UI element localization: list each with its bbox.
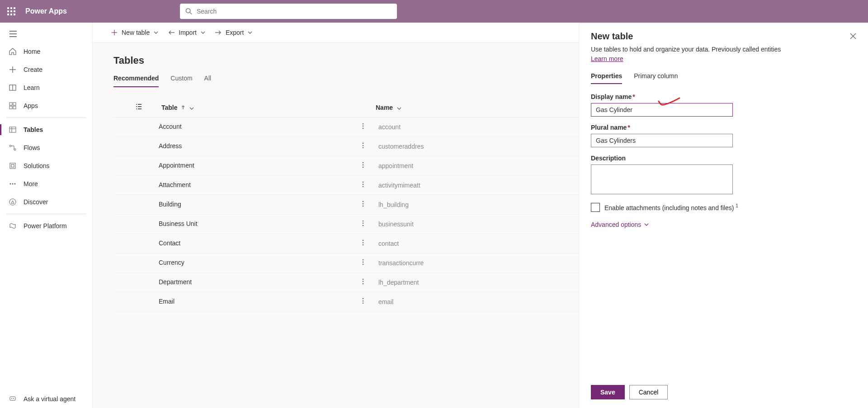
nav-more[interactable]: More xyxy=(0,175,92,193)
book-icon xyxy=(8,83,17,92)
waffle-icon xyxy=(7,7,15,15)
view-selector-column[interactable] xyxy=(113,98,159,117)
description-input[interactable] xyxy=(591,164,733,194)
nav-discover[interactable]: Discover xyxy=(0,193,92,211)
field-plural-name: Plural name* xyxy=(591,124,733,147)
column-label: Table xyxy=(161,104,178,111)
svg-point-64 xyxy=(363,298,363,299)
svg-point-63 xyxy=(363,283,363,284)
svg-point-59 xyxy=(363,262,363,263)
table-icon xyxy=(8,125,17,134)
nav-home[interactable]: Home xyxy=(0,42,92,61)
more-vertical-icon xyxy=(362,278,364,285)
svg-line-1 xyxy=(190,12,192,14)
cmd-label: Import xyxy=(179,29,197,36)
more-vertical-icon xyxy=(362,123,364,129)
enable-attachments-checkbox[interactable]: Enable attachments (including notes and … xyxy=(591,203,856,212)
tab-custom[interactable]: Custom xyxy=(170,75,192,87)
import-button[interactable]: Import xyxy=(163,23,210,42)
description-label: Description xyxy=(591,155,733,162)
export-icon xyxy=(215,29,222,36)
svg-point-47 xyxy=(363,184,363,185)
tab-primary-column[interactable]: Primary column xyxy=(634,72,678,84)
nav-collapse-button[interactable] xyxy=(0,25,92,42)
svg-point-49 xyxy=(363,201,363,202)
svg-point-58 xyxy=(363,259,363,260)
svg-point-16 xyxy=(9,145,11,147)
export-button[interactable]: Export xyxy=(210,23,257,42)
chevron-down-icon xyxy=(189,105,194,111)
panel-tabs: Properties Primary column xyxy=(591,72,856,84)
nav-power-platform[interactable]: Power Platform xyxy=(0,217,92,235)
display-name-input[interactable] xyxy=(591,103,733,117)
row-menu-button[interactable] xyxy=(362,123,376,131)
nav-flows[interactable]: Flows xyxy=(0,139,92,157)
plural-name-label: Plural name* xyxy=(591,124,733,131)
row-menu-button[interactable] xyxy=(362,259,376,267)
chevron-down-icon xyxy=(644,222,649,227)
row-menu-button[interactable] xyxy=(362,162,376,169)
row-menu-button[interactable] xyxy=(362,181,376,189)
row-menu-button[interactable] xyxy=(362,220,376,228)
nav-apps[interactable]: Apps xyxy=(0,97,92,115)
svg-point-57 xyxy=(363,244,363,245)
svg-point-61 xyxy=(363,279,363,280)
tab-all[interactable]: All xyxy=(204,75,212,87)
row-table-name: Business Unit xyxy=(159,220,198,227)
nav-label: Flows xyxy=(24,144,40,151)
row-menu-button[interactable] xyxy=(362,142,376,150)
close-button[interactable] xyxy=(846,29,860,43)
nav-label: Solutions xyxy=(24,162,50,169)
panel-description: Use tables to hold and organize your dat… xyxy=(591,45,856,54)
svg-rect-19 xyxy=(11,164,14,167)
row-menu-button[interactable] xyxy=(362,239,376,247)
search-box[interactable] xyxy=(180,4,397,19)
plural-name-input[interactable] xyxy=(591,134,733,147)
more-vertical-icon xyxy=(362,142,364,149)
row-table-name: Appointment xyxy=(159,162,194,169)
row-menu-button[interactable] xyxy=(362,298,376,305)
nav-create[interactable]: Create xyxy=(0,61,92,79)
nav-solutions[interactable]: Solutions xyxy=(0,157,92,175)
column-header-table[interactable]: Table xyxy=(159,98,376,117)
new-table-button[interactable]: New table xyxy=(106,23,163,42)
nav-label: More xyxy=(24,180,38,188)
save-button[interactable]: Save xyxy=(591,385,625,399)
tab-properties[interactable]: Properties xyxy=(591,72,622,84)
tab-recommended[interactable]: Recommended xyxy=(113,75,159,87)
row-table-name: Account xyxy=(159,123,182,130)
search-input[interactable] xyxy=(197,4,392,19)
advanced-options-toggle[interactable]: Advanced options xyxy=(591,221,649,228)
row-table-name: Building xyxy=(159,201,181,208)
svg-point-46 xyxy=(363,182,363,183)
svg-point-51 xyxy=(363,206,363,206)
column-label: Name xyxy=(376,104,393,111)
learn-more-link[interactable]: Learn more xyxy=(591,55,623,62)
nav-tables[interactable]: Tables xyxy=(0,121,92,139)
row-table-name: Attachment xyxy=(159,181,191,188)
svg-point-54 xyxy=(363,225,363,226)
row-menu-button[interactable] xyxy=(362,201,376,208)
panel-footer: Save Cancel xyxy=(579,382,868,408)
chevron-down-icon xyxy=(247,30,253,35)
row-table-name: Department xyxy=(159,278,192,286)
nav-label: Ask a virtual agent xyxy=(24,395,75,403)
svg-point-22 xyxy=(14,183,16,185)
nav-label: Home xyxy=(24,48,40,55)
more-vertical-icon xyxy=(362,298,364,304)
hamburger-icon xyxy=(9,30,17,38)
svg-point-62 xyxy=(363,281,363,282)
list-icon xyxy=(135,103,142,110)
app-launcher-button[interactable] xyxy=(4,4,19,19)
svg-point-50 xyxy=(363,203,363,204)
cancel-button[interactable]: Cancel xyxy=(629,385,668,399)
svg-point-20 xyxy=(10,183,11,185)
more-vertical-icon xyxy=(362,181,364,188)
svg-point-45 xyxy=(363,167,363,168)
nav-ask-agent[interactable]: Ask a virtual agent xyxy=(0,390,92,408)
row-menu-button[interactable] xyxy=(362,278,376,286)
svg-point-38 xyxy=(363,126,363,127)
nav-learn[interactable]: Learn xyxy=(0,79,92,97)
nav-label: Learn xyxy=(24,84,40,91)
plus-icon xyxy=(111,29,118,36)
